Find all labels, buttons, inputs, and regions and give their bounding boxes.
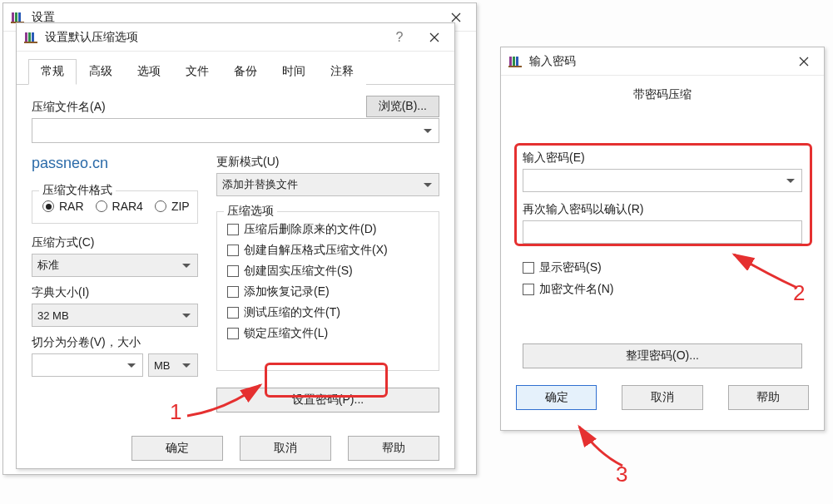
split-size-combo[interactable]: [32, 353, 143, 377]
checkbox-icon: [227, 245, 239, 256]
password-dialog: 输入密码 带密码压缩 输入密码(E) 再次输入密码以确认(R) 显示密码(S) …: [500, 47, 825, 431]
watermark: passneo.cn: [32, 150, 198, 172]
close-icon: [429, 32, 439, 42]
svg-rect-7: [28, 32, 31, 42]
opt-solid[interactable]: 创建固实压缩文件(S): [227, 264, 429, 279]
d1-tabs: 常规 高级 选项 文件 备份 时间 注释: [17, 52, 454, 85]
svg-rect-9: [24, 42, 37, 43]
d1-body: 压缩文件名(A) 浏览(B)... passneo.cn 压缩文件格式 RAR …: [17, 85, 454, 424]
checkbox-icon: [523, 262, 534, 274]
reenter-password-field[interactable]: [523, 220, 802, 244]
d2-cancel-button[interactable]: 取消: [622, 385, 702, 410]
format-zip[interactable]: ZIP: [155, 200, 190, 213]
close-icon: [799, 57, 809, 67]
d2-ok-button[interactable]: 确定: [516, 385, 597, 410]
tab-backup[interactable]: 备份: [221, 59, 270, 85]
format-legend: 压缩文件格式: [39, 183, 116, 198]
d1-title: 设置默认压缩选项: [45, 30, 383, 45]
svg-rect-1: [15, 12, 17, 22]
format-rar4[interactable]: RAR4: [96, 200, 143, 213]
show-password-checkbox[interactable]: 显示密码(S): [523, 260, 802, 275]
split-unit-value: MB: [154, 359, 171, 372]
browse-button[interactable]: 浏览(B)...: [366, 96, 439, 117]
d1-close-button[interactable]: [416, 25, 453, 50]
d2-title: 输入密码: [529, 54, 786, 69]
method-combo[interactable]: 标准: [32, 254, 198, 277]
split-unit-combo[interactable]: MB: [148, 353, 198, 377]
radio-icon: [155, 200, 166, 212]
checkbox-icon: [227, 307, 239, 319]
checkbox-icon: [523, 284, 534, 295]
tab-files[interactable]: 文件: [173, 59, 221, 85]
opt-delete-after[interactable]: 压缩后删除原来的文件(D): [227, 222, 429, 237]
svg-rect-14: [516, 57, 518, 67]
method-label: 压缩方式(C): [32, 235, 198, 250]
d1-help-button2[interactable]: 帮助: [348, 436, 439, 461]
default-compress-dialog: 设置默认压缩选项 ? 常规 高级 选项 文件 备份 时间 注释 压缩文件名(A)…: [16, 22, 455, 469]
svg-rect-8: [32, 32, 34, 42]
dict-value: 32 MB: [37, 309, 69, 322]
d1-help-button[interactable]: ?: [383, 25, 416, 50]
enter-password-field[interactable]: [523, 169, 802, 192]
checkbox-icon: [227, 265, 239, 277]
options-legend: 压缩选项: [224, 204, 277, 219]
d1-ok-button[interactable]: 确定: [131, 436, 223, 461]
svg-rect-0: [12, 12, 14, 22]
svg-rect-15: [508, 66, 522, 67]
update-mode-label: 更新模式(U): [216, 155, 439, 170]
radio-icon: [42, 200, 54, 212]
organize-passwords-button[interactable]: 整理密码(O)...: [523, 343, 802, 368]
split-label: 切分为分卷(V)，大小: [32, 335, 198, 350]
books-icon: [23, 30, 38, 45]
update-mode-combo[interactable]: 添加并替换文件: [216, 173, 439, 196]
svg-rect-12: [509, 57, 512, 67]
d2-heading: 带密码压缩: [501, 76, 824, 107]
d2-titlebar: 输入密码: [501, 47, 824, 76]
archive-name-label: 压缩文件名(A): [32, 100, 106, 115]
d1-button-row: 确定 取消 帮助: [17, 424, 454, 472]
opt-lock[interactable]: 锁定压缩文件(L): [227, 326, 429, 341]
opt-test[interactable]: 测试压缩的文件(T): [227, 305, 429, 320]
svg-rect-6: [25, 32, 27, 42]
tab-advanced[interactable]: 高级: [77, 59, 125, 85]
books-icon: [508, 54, 523, 69]
svg-rect-2: [18, 12, 21, 22]
radio-icon: [96, 200, 107, 212]
annotation-number-3: 3: [616, 462, 627, 487]
tab-options[interactable]: 选项: [125, 59, 173, 85]
close-icon: [451, 12, 461, 22]
svg-rect-13: [513, 57, 515, 67]
encrypt-names-checkbox[interactable]: 加密文件名(N): [523, 282, 802, 297]
tab-general[interactable]: 常规: [28, 59, 77, 85]
dict-label: 字典大小(I): [32, 285, 198, 300]
set-password-button[interactable]: 设置密码(P)...: [216, 388, 439, 413]
d2-close-button[interactable]: [786, 49, 822, 74]
opt-sfx[interactable]: 创建自解压格式压缩文件(X): [227, 243, 429, 258]
update-mode-value: 添加并替换文件: [222, 177, 298, 192]
tab-time[interactable]: 时间: [270, 59, 318, 85]
checkbox-icon: [227, 328, 239, 339]
dict-combo[interactable]: 32 MB: [32, 304, 198, 327]
checkbox-icon: [227, 224, 239, 235]
tab-comment[interactable]: 注释: [318, 59, 366, 85]
format-rar[interactable]: RAR: [42, 200, 84, 213]
enter-password-label: 输入密码(E): [523, 151, 802, 166]
d1-titlebar: 设置默认压缩选项 ?: [17, 23, 454, 52]
opt-recovery[interactable]: 添加恢复记录(E): [227, 284, 429, 299]
reenter-password-label: 再次输入密码以确认(R): [523, 202, 802, 217]
archive-name-combo[interactable]: [32, 118, 439, 143]
checkbox-icon: [227, 286, 239, 298]
d2-button-row: 确定 取消 帮助: [501, 368, 824, 422]
d2-help-button[interactable]: 帮助: [728, 385, 809, 410]
method-value: 标准: [37, 258, 59, 273]
d1-cancel-button[interactable]: 取消: [240, 436, 331, 461]
